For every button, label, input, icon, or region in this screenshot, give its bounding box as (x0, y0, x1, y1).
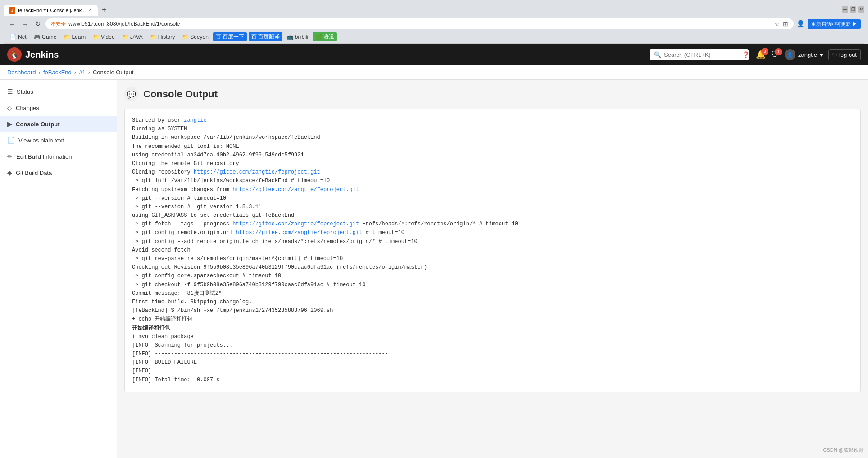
jenkins-logo[interactable]: 🐧 Jenkins (7, 47, 59, 62)
sidebar-item-changes[interactable]: ◇ Changes (0, 100, 117, 116)
url-text: wwwfe517.com:8080/job/feBackEnd/1/consol… (68, 21, 772, 27)
video-icon: 📁 (93, 34, 100, 40)
bookmark-baidufanyi[interactable]: 百 百度翻译 (249, 32, 282, 41)
bookmark-history[interactable]: 📁 History (147, 33, 177, 41)
bookmark-yudao[interactable]: 🌿 语道 (313, 32, 337, 41)
console-line-19: > git config core.sparsecheckout # timeo… (132, 272, 853, 280)
refresh-button[interactable]: ↻ (33, 19, 43, 29)
close-button[interactable]: ✕ (858, 6, 864, 13)
changes-icon: ◇ (7, 104, 12, 111)
logout-icon: ↪ (832, 51, 837, 58)
console-line-7: Cloning repository https://gitee.com/zan… (132, 168, 853, 177)
console-icon: ▶ (7, 120, 12, 128)
breadcrumb-sep-2: › (74, 69, 76, 76)
breadcrumb-febackend[interactable]: feBackEnd (43, 69, 72, 76)
minimize-button[interactable]: — (842, 6, 848, 13)
browser-action-icons: 👤 (796, 20, 805, 28)
git-link-3[interactable]: https://gitee.com/zangtie/feproject.git (232, 221, 359, 227)
console-line-9: Fetching upstream changes from https://g… (132, 186, 853, 194)
bell-icon[interactable]: 🔔 3 (756, 50, 766, 60)
bookmark-game-label: Game (42, 34, 57, 40)
breadcrumb-dashboard[interactable]: Dashboard (7, 69, 36, 76)
bookmark-star-icon[interactable]: ☆ (774, 20, 780, 27)
extensions-icon[interactable]: ⊞ (783, 20, 788, 27)
active-tab[interactable]: J feBackEnd #1 Console [Jenk... ✕ (4, 5, 98, 16)
sidebar-item-git-build-data[interactable]: ◆ Git Build Data (0, 165, 117, 181)
console-line-10: > git --version # timeout=10 (132, 194, 853, 203)
search-input[interactable] (664, 51, 740, 58)
sidebar-item-view-plain-text[interactable]: 📄 View as plain text (0, 132, 117, 148)
bookmark-net[interactable]: 📄 Net (7, 33, 29, 41)
update-button[interactable]: 重新启动即可更新 ▶ (808, 19, 861, 29)
console-line-22: First time build. Skipping changelog. (132, 298, 853, 307)
console-line-3: Building in workspace /var/lib/jenkins/w… (132, 133, 853, 142)
bilibili-icon: 📺 (287, 34, 294, 40)
console-line-13: > git fetch --tags --progress https://gi… (132, 220, 853, 229)
console-line-27: [INFO] Scanning for projects... (132, 341, 853, 350)
bookmark-baidu-label: 百度一下 (223, 33, 244, 41)
net-icon: 📄 (10, 34, 17, 40)
page-title-row: 💬 Console Output (124, 87, 861, 101)
console-line-25: 开始编译和打包 (132, 324, 853, 333)
bookmark-java[interactable]: 📁 JAVA (119, 33, 145, 41)
forward-button[interactable]: → (20, 19, 31, 29)
logout-label: log out (839, 51, 857, 58)
baidu-icon: 百 (216, 33, 221, 41)
breadcrumb-current: Console Output (93, 69, 133, 76)
console-line-28: [INFO] ---------------------------------… (132, 350, 853, 358)
jenkins-header: 🐧 Jenkins 🔍 ❓ 🔔 3 🛡 1 👤 zangtie ▾ (0, 44, 868, 65)
user-link[interactable]: zangtie (184, 117, 206, 124)
bookmark-learn[interactable]: 📁 Learn (61, 33, 88, 41)
profile-icon[interactable]: 👤 (796, 20, 805, 28)
sidebar-item-console-output-label: Console Output (16, 121, 60, 128)
notification-badge: 3 (761, 48, 768, 55)
page-title-icon: 💬 (124, 87, 139, 101)
breadcrumb-build[interactable]: #1 (79, 69, 85, 76)
bookmark-bilibili[interactable]: 📺 bilibili (284, 33, 311, 41)
bookmark-video[interactable]: 📁 Video (90, 33, 117, 41)
watermark: CSDN @蓝影铁哥 (823, 447, 863, 453)
logout-button[interactable]: ↪ log out (828, 49, 861, 60)
console-line-24: + echo 开始编译和打包 (132, 315, 853, 324)
bookmark-seeyon[interactable]: 📁 Seeyon (179, 33, 211, 41)
sidebar-item-console-output[interactable]: ▶ Console Output (0, 116, 117, 132)
restore-button[interactable]: ❐ (850, 6, 856, 13)
console-output-box: Started by user zangtie Running as SYSTE… (124, 109, 861, 392)
learn-icon: 📁 (64, 34, 70, 40)
shield-icon[interactable]: 🛡 1 (771, 50, 779, 60)
console-line-14: > git config remote.origin.url https://g… (132, 229, 853, 237)
plain-text-icon: 📄 (7, 137, 15, 144)
bookmark-video-label: Video (101, 34, 114, 40)
java-icon: 📁 (122, 34, 129, 40)
user-dropdown-icon: ▾ (820, 51, 823, 58)
search-help-icon[interactable]: ❓ (742, 51, 750, 58)
jenkins-logo-icon: 🐧 (7, 47, 22, 62)
git-link-4[interactable]: https://gitee.com/zangtie/feproject.git (236, 229, 362, 236)
breadcrumb-sep-1: › (39, 69, 41, 76)
search-box[interactable]: 🔍 ❓ (650, 49, 749, 60)
sidebar-item-edit-build-info[interactable]: ✏ Edit Build Information (0, 148, 117, 165)
git-icon: ◆ (7, 169, 12, 176)
console-line-5: using credential aa34d7ea-d0b2-4962-9f99… (132, 151, 853, 160)
sidebar-item-status[interactable]: ☰ Status (0, 83, 117, 100)
console-line-6: Cloning the remote Git repository (132, 160, 853, 168)
address-box[interactable]: 不安全 wwwfe517.com:8080/job/feBackEnd/1/co… (45, 18, 794, 29)
bookmark-game[interactable]: 🎮 Game (31, 33, 59, 41)
shield-badge: 1 (775, 48, 782, 55)
console-line-30: [INFO] ---------------------------------… (132, 367, 853, 376)
console-line-2: Running as SYSTEM (132, 125, 853, 133)
console-line-8: > git init /var/lib/jenkins/workspace/fe… (132, 177, 853, 185)
git-link-2[interactable]: https://gitee.com/zangtie/feproject.git (232, 187, 359, 193)
breadcrumb: Dashboard › feBackEnd › #1 › Console Out… (0, 65, 868, 80)
back-button[interactable]: ← (7, 19, 18, 29)
tab-close-button[interactable]: ✕ (88, 7, 92, 13)
console-line-31: [INFO] Total time: 0.087 s (132, 376, 853, 385)
new-tab-button[interactable]: + (98, 4, 110, 17)
sidebar-item-changes-label: Changes (16, 105, 39, 111)
user-menu[interactable]: 👤 zangtie ▾ (785, 49, 823, 60)
main-layout: ☰ Status ◇ Changes ▶ Console Output 📄 Vi… (0, 80, 868, 458)
bookmark-baidu[interactable]: 百 百度一下 (213, 32, 247, 41)
console-line-11: > git --version # 'git version 1.8.3.1' (132, 203, 853, 211)
sidebar-item-status-label: Status (17, 88, 33, 95)
git-link-1[interactable]: https://gitee.com/zangtie/feproject.git (194, 169, 320, 175)
